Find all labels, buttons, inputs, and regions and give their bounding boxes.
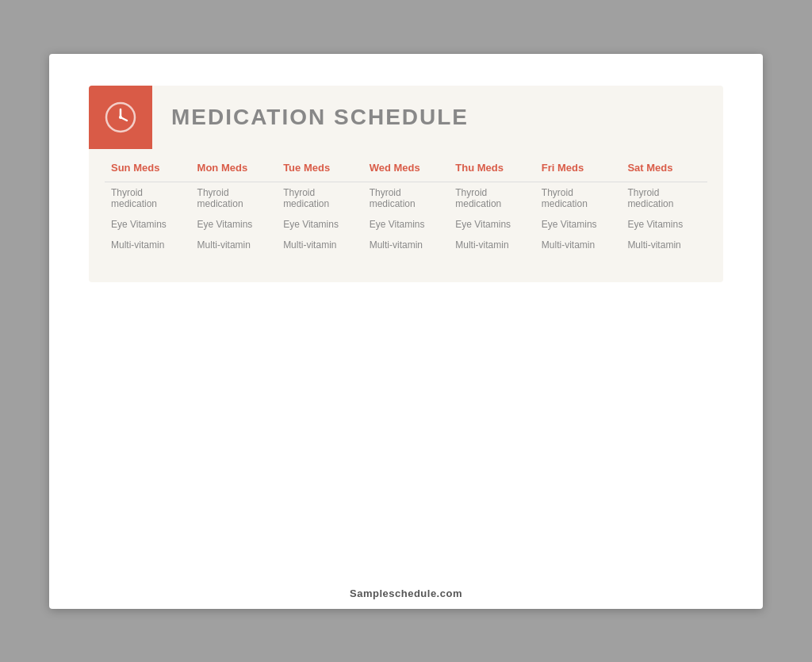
col-header-tue: Tue Meds	[277, 149, 363, 182]
cell-tue-1: Eye Vitamins	[277, 214, 363, 235]
col-header-sun: Sun Meds	[105, 149, 191, 182]
cell-mon-0: Thyroid medication	[191, 182, 278, 214]
col-header-wed: Wed Meds	[363, 149, 450, 182]
cell-sat-0: Thyroid medication	[621, 182, 707, 214]
cell-mon-1: Eye Vitamins	[191, 214, 278, 235]
cell-fri-1: Eye Vitamins	[535, 214, 622, 235]
card-header: MEDICATION SCHEDULE	[89, 86, 723, 149]
svg-point-3	[119, 116, 122, 119]
cell-sat-1: Eye Vitamins	[621, 214, 707, 235]
schedule-table: Sun Meds Mon Meds Tue Meds Wed Meds Thu …	[105, 149, 707, 263]
cell-wed-2: Multi-vitamin	[363, 235, 450, 263]
cell-fri-2: Multi-vitamin	[535, 235, 622, 263]
table-header: Sun Meds Mon Meds Tue Meds Wed Meds Thu …	[105, 149, 707, 182]
cell-wed-0: Thyroid medication	[363, 182, 450, 214]
cell-tue-2: Multi-vitamin	[277, 235, 363, 263]
cell-fri-0: Thyroid medication	[535, 182, 622, 214]
col-header-fri: Fri Meds	[535, 149, 622, 182]
col-header-thu: Thu Meds	[449, 149, 535, 182]
table-row: Multi-vitamin Multi-vitamin Multi-vitami…	[105, 235, 707, 263]
cell-mon-2: Multi-vitamin	[191, 235, 278, 263]
page-title: MEDICATION SCHEDULE	[152, 105, 469, 130]
cell-thu-0: Thyroid medication	[449, 182, 535, 214]
clock-icon	[103, 100, 138, 135]
clock-box	[89, 86, 152, 149]
cell-thu-1: Eye Vitamins	[449, 214, 535, 235]
col-header-mon: Mon Meds	[191, 149, 278, 182]
cell-wed-1: Eye Vitamins	[363, 214, 450, 235]
col-header-sat: Sat Meds	[621, 149, 707, 182]
table-row: Eye Vitamins Eye Vitamins Eye Vitamins E…	[105, 214, 707, 235]
cell-sun-0: Thyroid medication	[105, 182, 191, 214]
table-row: Thyroid medication Thyroid medication Th…	[105, 182, 707, 214]
table-body: Thyroid medication Thyroid medication Th…	[105, 182, 707, 263]
cell-sun-2: Multi-vitamin	[105, 235, 191, 263]
page: MEDICATION SCHEDULE Sun Meds Mon Meds Tu…	[49, 54, 763, 609]
cell-sun-1: Eye Vitamins	[105, 214, 191, 235]
schedule-card: MEDICATION SCHEDULE Sun Meds Mon Meds Tu…	[89, 86, 723, 282]
header-row: Sun Meds Mon Meds Tue Meds Wed Meds Thu …	[105, 149, 707, 182]
cell-sat-2: Multi-vitamin	[621, 235, 707, 263]
footer-text: Sampleschedule.com	[350, 587, 462, 599]
table-wrapper: Sun Meds Mon Meds Tue Meds Wed Meds Thu …	[89, 149, 723, 282]
cell-tue-0: Thyroid medication	[277, 182, 363, 214]
cell-thu-2: Multi-vitamin	[449, 235, 535, 263]
